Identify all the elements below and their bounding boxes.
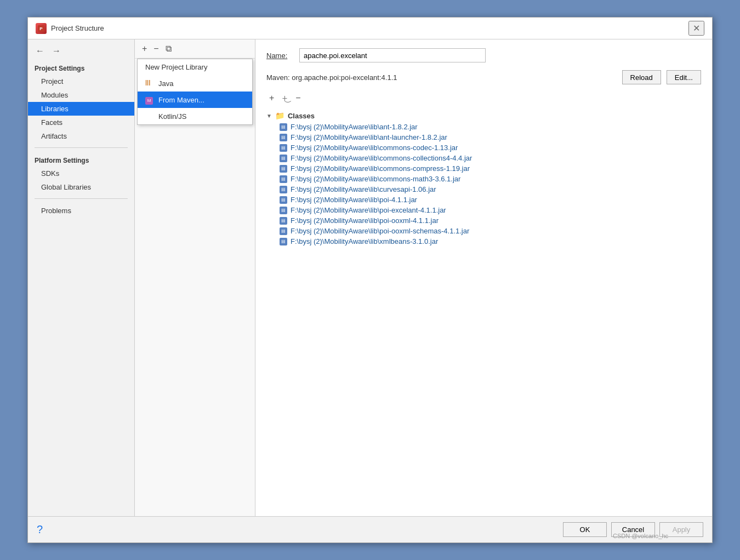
tree-item[interactable]: ▤F:\bysj (2)\MobilityAware\lib\poi-ooxml… — [280, 226, 701, 236]
jar-icon: ▤ — [280, 134, 287, 141]
classes-folder-icon: 📁 — [275, 111, 284, 120]
tree-item-path: F:\bysj (2)\MobilityAware\lib\poi-ooxml-… — [291, 216, 439, 225]
title-bar-left: P Project Structure — [36, 23, 104, 34]
tree-item-path: F:\bysj (2)\MobilityAware\lib\ant-1.8.2.… — [291, 123, 418, 131]
tree-item-path: F:\bysj (2)\MobilityAware\lib\commons-co… — [291, 164, 470, 173]
tree-item-path: F:\bysj (2)\MobilityAware\lib\ant-launch… — [291, 133, 447, 141]
tree-item[interactable]: ▤F:\bysj (2)\MobilityAware\lib\poi-4.1.1… — [280, 195, 701, 205]
jar-icon: ▤ — [280, 196, 287, 204]
tree-item[interactable]: ▤F:\bysj (2)\MobilityAware\lib\ant-1.8.2… — [280, 122, 701, 132]
ok-button[interactable]: OK — [563, 522, 607, 537]
jar-icon: ▤ — [280, 227, 287, 235]
tree-toggle[interactable]: ▼ — [266, 113, 272, 119]
platform-settings-header: Platform Settings — [28, 152, 134, 167]
tree-item-path: F:\bysj (2)\MobilityAware\lib\curvesapi-… — [291, 185, 436, 193]
copy-library-button[interactable]: ⧉ — [163, 43, 174, 55]
classes-label: Classes — [288, 112, 315, 120]
add-class-button[interactable]: + — [266, 92, 277, 104]
from-maven-item[interactable]: M From Maven... — [138, 92, 252, 108]
tree-item[interactable]: ▤F:\bysj (2)\MobilityAware\lib\commons-c… — [280, 153, 701, 163]
jar-icon: ▤ — [280, 207, 287, 214]
sidebar-item-global-libraries[interactable]: Global Libraries — [28, 180, 134, 194]
tree-item-path: F:\bysj (2)\MobilityAware\lib\poi-ooxml-… — [291, 227, 469, 235]
new-project-library-label: New Project Library — [145, 63, 207, 71]
tree-item[interactable]: ▤F:\bysj (2)\MobilityAware\lib\commons-c… — [280, 142, 701, 153]
new-project-library-item[interactable]: New Project Library — [138, 59, 252, 75]
tree-item[interactable]: ▤F:\bysj (2)\MobilityAware\lib\poi-ooxml… — [280, 215, 701, 226]
sidebar: ← → Project Settings Project Modules Lib… — [28, 39, 135, 516]
tree-item-path: F:\bysj (2)\MobilityAware\lib\commons-ma… — [291, 175, 460, 183]
sidebar-item-modules[interactable]: Modules — [28, 88, 134, 102]
from-maven-label: From Maven... — [158, 96, 204, 104]
tree-item-path: F:\bysj (2)\MobilityAware\lib\poi-4.1.1.… — [291, 196, 417, 204]
tree-item-path: F:\bysj (2)\MobilityAware\lib\poi-excela… — [291, 206, 446, 214]
remove-library-button[interactable]: − — [151, 43, 161, 55]
content-toolbar: + +͜ − — [266, 92, 701, 104]
sidebar-item-sdks[interactable]: SDKs — [28, 167, 134, 180]
project-settings-header: Project Settings — [28, 60, 134, 75]
center-panel: + − ⧉ New Project Library ||| Java M Fro… — [135, 39, 255, 516]
name-row: Name: — [266, 48, 701, 62]
tree-children: ▤F:\bysj (2)\MobilityAware\lib\ant-1.8.2… — [280, 122, 701, 247]
tree-item[interactable]: ▤F:\bysj (2)\MobilityAware\lib\commons-m… — [280, 174, 701, 184]
forward-button[interactable]: → — [50, 45, 63, 57]
jar-icon: ▤ — [280, 123, 287, 131]
app-icon: P — [36, 23, 47, 34]
close-button[interactable]: ✕ — [688, 21, 704, 36]
center-toolbar: + − ⧉ — [135, 39, 255, 59]
sidebar-item-facets[interactable]: Facets — [28, 116, 134, 129]
kotlin-icon — [145, 112, 154, 121]
sidebar-divider-2 — [35, 198, 128, 199]
title-bar: P Project Structure ✕ — [28, 18, 712, 39]
tree-item[interactable]: ▤F:\bysj (2)\MobilityAware\lib\commons-c… — [280, 163, 701, 174]
kotlin-js-label: Kotlin/JS — [158, 112, 186, 121]
maven-row: Maven: org.apache.poi:poi-excelant:4.1.1… — [266, 70, 701, 84]
remove-class-button[interactable]: − — [293, 92, 303, 104]
sidebar-item-libraries[interactable]: Libraries — [28, 102, 134, 116]
sidebar-item-project[interactable]: Project — [28, 75, 134, 88]
dialog-title: Project Structure — [51, 24, 104, 32]
java-library-item[interactable]: ||| Java — [138, 75, 252, 92]
jar-icon: ▤ — [280, 155, 287, 162]
svg-text:P: P — [39, 26, 43, 31]
name-label: Name: — [266, 52, 294, 60]
java-icon: ||| — [145, 79, 154, 88]
sidebar-item-problems[interactable]: Problems — [28, 203, 134, 218]
bottom-bar: ? OK Cancel Apply — [28, 516, 712, 542]
name-input[interactable] — [299, 48, 486, 62]
nav-buttons: ← → — [28, 42, 134, 60]
jar-icon: ▤ — [280, 165, 287, 173]
maven-info: Maven: org.apache.poi:poi-excelant:4.1.1 — [266, 73, 617, 82]
tree-item[interactable]: ▤F:\bysj (2)\MobilityAware\lib\poi-excel… — [280, 205, 701, 215]
back-button[interactable]: ← — [33, 45, 47, 57]
jar-icon: ▤ — [280, 186, 287, 193]
tree-section: ▼ 📁 Classes ▤F:\bysj (2)\MobilityAware\l… — [266, 110, 701, 507]
help-button[interactable]: ? — [37, 523, 43, 536]
tree-item[interactable]: ▤F:\bysj (2)\MobilityAware\lib\curvesapi… — [280, 184, 701, 195]
tree-item-path: F:\bysj (2)\MobilityAware\lib\commons-co… — [291, 144, 458, 152]
jar-icon: ▤ — [280, 144, 287, 152]
dialog-body: ← → Project Settings Project Modules Lib… — [28, 39, 712, 516]
tree-root: ▼ 📁 Classes — [266, 110, 701, 122]
watermark: CSDN @volcano_hc — [613, 533, 668, 539]
java-library-label: Java — [158, 79, 173, 88]
maven-icon: M — [145, 95, 154, 104]
add-as-button[interactable]: +͜ — [279, 93, 291, 104]
jar-icon: ▤ — [280, 238, 287, 245]
content-panel: Name: Maven: org.apache.poi:poi-excelant… — [255, 39, 712, 516]
add-library-dropdown: New Project Library ||| Java M From Mave… — [137, 59, 253, 125]
tree-item[interactable]: ▤F:\bysj (2)\MobilityAware\lib\ant-launc… — [280, 132, 701, 142]
jar-icon: ▤ — [280, 217, 287, 225]
sidebar-item-artifacts[interactable]: Artifacts — [28, 129, 134, 143]
tree-item-path: F:\bysj (2)\MobilityAware\lib\xmlbeans-3… — [291, 237, 438, 245]
tree-item[interactable]: ▤F:\bysj (2)\MobilityAware\lib\xmlbeans-… — [280, 236, 701, 247]
tree-item-path: F:\bysj (2)\MobilityAware\lib\commons-co… — [291, 154, 472, 162]
edit-button[interactable]: Edit... — [667, 70, 701, 84]
kotlin-js-item[interactable]: Kotlin/JS — [138, 108, 252, 124]
add-library-button[interactable]: + — [139, 43, 150, 55]
sidebar-divider — [35, 147, 128, 148]
jar-icon: ▤ — [280, 175, 287, 183]
project-structure-dialog: P Project Structure ✕ ← → Project Settin… — [27, 17, 713, 543]
reload-button[interactable]: Reload — [622, 70, 661, 84]
